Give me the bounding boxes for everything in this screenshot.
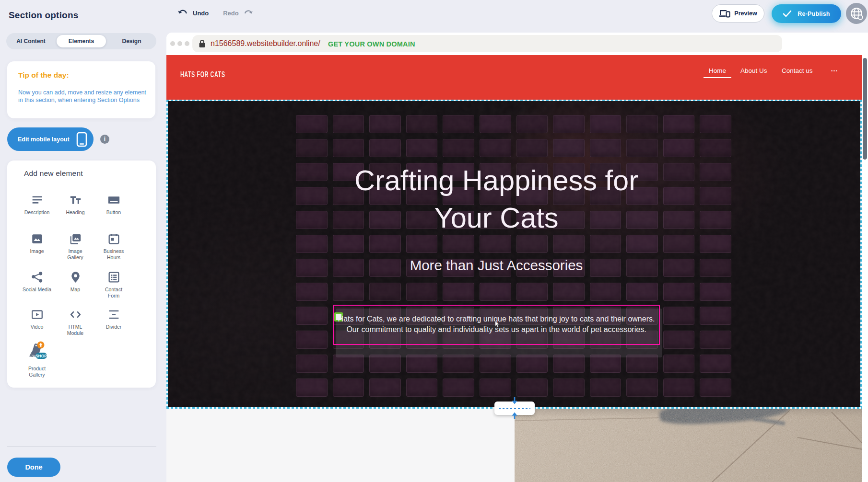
svg-text:SHOP: SHOP — [35, 354, 47, 358]
